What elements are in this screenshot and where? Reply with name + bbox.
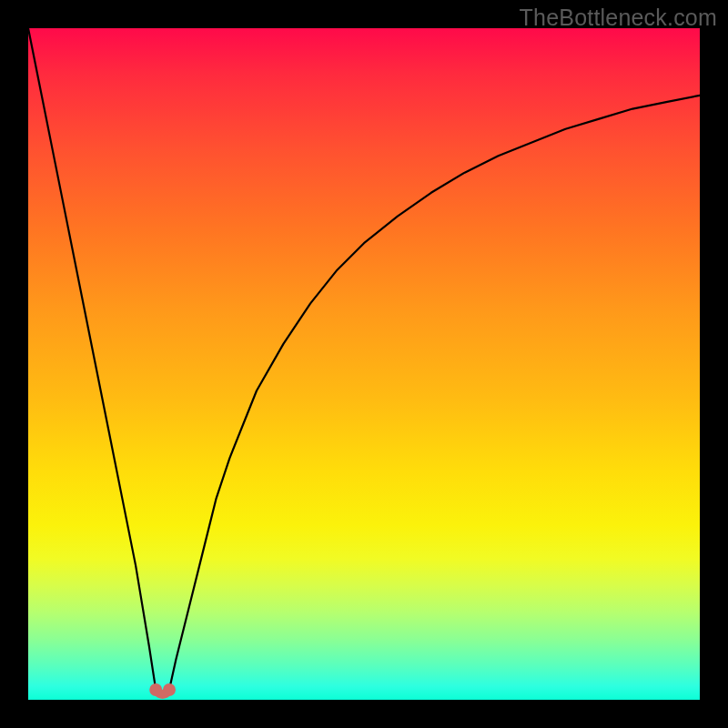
- chart-frame: TheBottleneck.com: [0, 0, 728, 728]
- watermark-text: TheBottleneck.com: [520, 5, 717, 31]
- curve-marker-bridge: [156, 690, 169, 694]
- chart-plot-area: [28, 28, 700, 700]
- bottleneck-curve: [28, 28, 700, 694]
- chart-curve-layer: [28, 28, 700, 700]
